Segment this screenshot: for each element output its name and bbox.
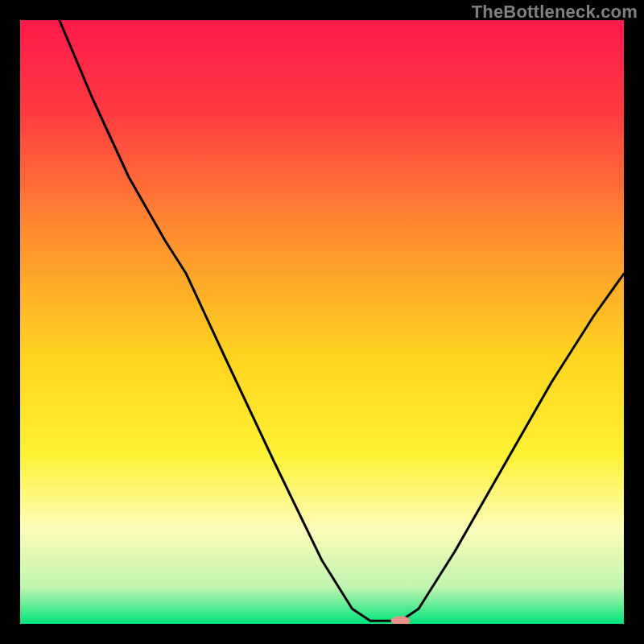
bottleneck-chart bbox=[20, 20, 624, 624]
plot-area bbox=[20, 20, 624, 624]
chart-frame: TheBottleneck.com bbox=[0, 0, 644, 644]
gradient-background bbox=[20, 20, 624, 624]
watermark-text: TheBottleneck.com bbox=[472, 2, 638, 23]
